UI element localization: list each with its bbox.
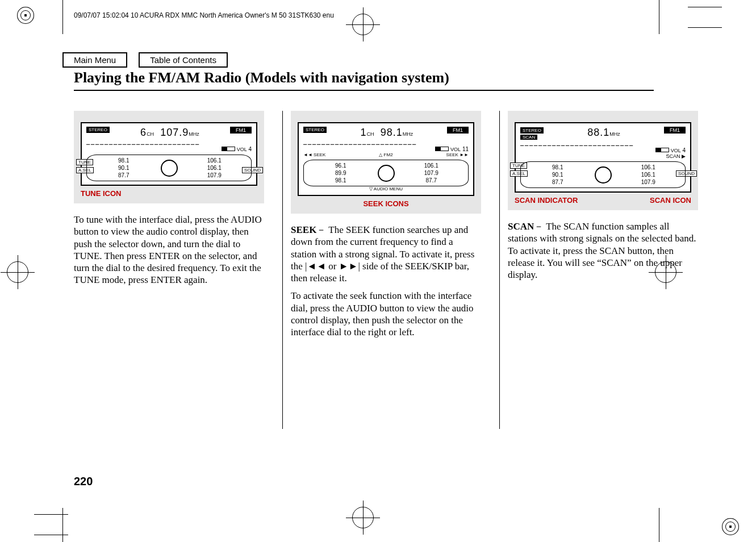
preset-1: 87.7 [524,179,591,185]
column-separator [282,111,283,429]
seek-heading: SEEK [291,224,316,235]
column-seek: STEREO 1CH 98.1MHz FM1 ▁▁▁▁▁▁▁▁▁▁▁▁▁▁▁▁▁… [291,111,491,429]
volume-value: 11 [462,146,469,152]
figure-caption-seek: SEEK ICONS [298,199,474,208]
crop-mark [688,27,722,28]
print-header: 09/07/07 15:02:04 10 ACURA RDX MMC North… [74,11,334,19]
title-rule [74,90,654,91]
table-of-contents-button[interactable]: Table of Contents [139,52,228,68]
preset-band: 98.1 106.1 90.1 106.1 87.7 107.9 [86,155,252,181]
tuning-scale-icon: ▁▁▁▁▁▁▁▁▁▁▁▁▁▁▁▁▁▁▁▁▁▁▁▁▁ [303,140,469,145]
seek-text-1: － The SEEK function searches up and down… [291,224,474,283]
crop-mark [659,508,659,542]
dial-icon [161,160,178,177]
frequency-unit: MHz [189,131,199,137]
preset-4: 106.1 [398,162,465,169]
band-badge: FM1 [447,127,469,134]
channel-unit: CH [147,131,154,137]
column-separator [499,111,500,429]
body-text-seek-1: SEEK－ The SEEK function searches up and … [291,224,481,284]
crop-mark [34,535,68,535]
fm2-up-icon: △ FM2 [379,152,392,157]
band-badge: FM1 [664,127,686,134]
crop-mark [688,7,722,7]
preset-5: 106.1 [181,165,248,171]
main-menu-button[interactable]: Main Menu [62,52,127,68]
tuning-scale-icon: ▁▁▁▁▁▁▁▁▁▁▁▁▁▁▁▁▁▁▁▁▁▁▁▁▁ [86,140,252,145]
registration-mark-icon [722,518,739,535]
preset-1: 87.7 [90,172,157,178]
crop-mark [659,0,659,34]
channel-number: 1 [361,127,367,138]
scan-indicator-badge: SCAN [520,135,537,140]
crop-mark [34,514,68,515]
frequency-unit: MHz [403,131,413,137]
scan-icon-label: SCAN ▶ [520,153,686,159]
body-text-tune: To tune with the interface dial, press t… [74,214,264,286]
channel-unit: CH [367,131,374,137]
volume-label: VOL [237,147,247,152]
seek-left-icon: ◄◄ SEEK [303,152,325,157]
preset-3: 98.1 [524,164,591,170]
preset-4: 106.1 [615,164,682,170]
audio-menu-down-icon: ▽ AUDIO MENU [303,186,469,191]
frequency-value: 107.9 [160,127,189,138]
preset-6: 107.9 [181,172,248,178]
volume-value: 4 [682,147,686,153]
registration-mark-icon [17,7,34,24]
figure-caption-scan-icon: SCAN ICON [650,196,691,205]
frequency-value: 98.1 [381,127,403,138]
column-tune: STEREO 6CH 107.9MHz FM1 ▁▁▁▁▁▁▁▁▁▁▁▁▁▁▁▁… [74,111,274,429]
volume-label: VOL [671,148,681,153]
dial-icon [595,166,612,184]
preset-band: 96.1 106.1 89.9 107.9 98.1 87.7 [303,160,469,186]
scan-text: － The SCAN function samples all stations… [508,221,696,280]
preset-3: 96.1 [307,162,374,169]
preset-4: 106.1 [181,157,248,164]
page-title: Playing the FM/AM Radio (Models with nav… [74,69,654,86]
figure-caption-tune: TUNE ICON [81,189,257,198]
crop-mark [62,508,63,542]
preset-2: 89.9 [307,170,374,176]
stereo-badge: STEREO [303,127,327,133]
scan-heading: SCAN [508,221,534,232]
frequency-unit: MHz [609,131,620,137]
preset-6: 87.7 [398,177,465,184]
stereo-badge: STEREO [86,127,110,133]
volume-bar-icon [222,147,235,151]
tuning-scale-icon: ▁▁▁▁▁▁▁▁▁▁▁▁▁▁▁▁▁▁▁▁▁▁▁▁▁ [520,141,686,146]
preset-3: 98.1 [90,157,157,164]
crop-mark [62,0,63,34]
radio-display-scan: STEREO SCAN 88.1MHz FM1 ▁▁▁▁▁▁▁▁▁▁▁▁▁▁▁▁… [515,122,691,193]
frequency-value: 88.1 [587,127,609,138]
preset-6: 107.9 [615,179,682,185]
volume-value: 4 [248,146,252,152]
center-crop-mark-icon [352,507,374,528]
body-text-scan: SCAN－ The SCAN function samples all stat… [508,220,698,281]
stereo-badge: STEREO [520,127,544,134]
preset-band: 98.1 106.1 90.1 106.1 87.7 107.9 [520,161,686,188]
figure-caption-scan-indicator: SCAN INDICATOR [515,196,578,205]
figure-seek: STEREO 1CH 98.1MHz FM1 ▁▁▁▁▁▁▁▁▁▁▁▁▁▁▁▁▁… [291,111,481,214]
seek-right-icon: SEEK ►► [446,152,469,157]
column-scan: STEREO SCAN 88.1MHz FM1 ▁▁▁▁▁▁▁▁▁▁▁▁▁▁▁▁… [508,111,708,429]
preset-2: 90.1 [90,165,157,171]
page-number: 220 [74,475,93,488]
figure-tune: STEREO 6CH 107.9MHz FM1 ▁▁▁▁▁▁▁▁▁▁▁▁▁▁▁▁… [74,111,264,203]
preset-1: 98.1 [307,177,374,184]
volume-label: VOL [450,147,461,152]
channel-number: 6 [140,127,147,138]
band-badge: FM1 [230,127,252,134]
preset-5: 107.9 [398,170,465,176]
dial-icon [378,165,395,182]
side-crop-mark-icon [7,261,28,283]
center-crop-mark-icon [352,14,374,35]
preset-2: 90.1 [524,172,591,178]
radio-display-tune: STEREO 6CH 107.9MHz FM1 ▁▁▁▁▁▁▁▁▁▁▁▁▁▁▁▁… [81,122,257,186]
volume-bar-icon [655,148,669,152]
radio-display-seek: STEREO 1CH 98.1MHz FM1 ▁▁▁▁▁▁▁▁▁▁▁▁▁▁▁▁▁… [298,122,474,196]
figure-scan: STEREO SCAN 88.1MHz FM1 ▁▁▁▁▁▁▁▁▁▁▁▁▁▁▁▁… [508,111,698,210]
volume-bar-icon [435,147,449,151]
preset-5: 106.1 [615,172,682,178]
body-text-seek-2: To activate the seek function with the i… [291,290,481,338]
